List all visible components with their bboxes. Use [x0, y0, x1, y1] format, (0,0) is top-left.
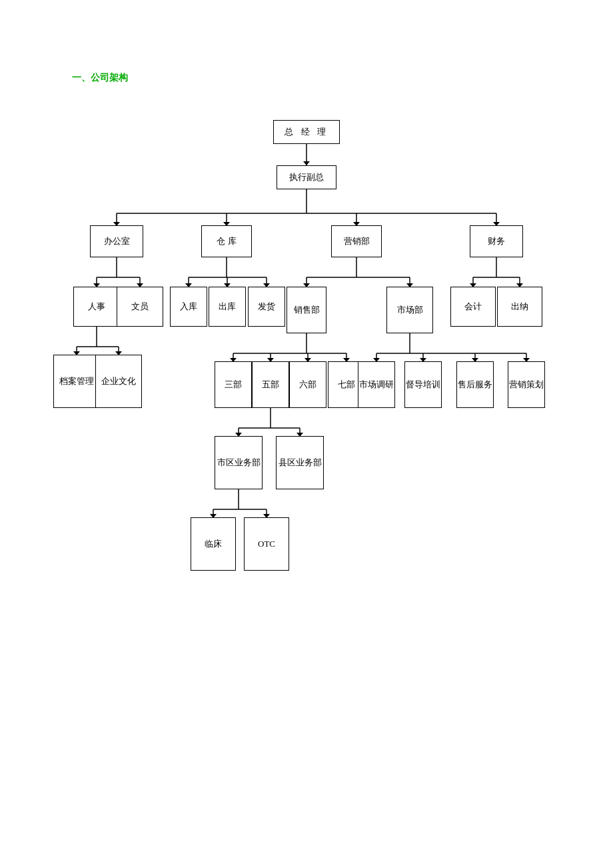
marketing-plan-box: 营销策划 — [508, 361, 545, 408]
after-sales-box: 售后服务 — [456, 361, 494, 408]
market-box: 市场部 — [386, 287, 433, 333]
finance-box: 财务 — [470, 225, 523, 257]
delivery-box: 发货 — [248, 287, 285, 327]
dept3-box: 三部 — [215, 361, 252, 408]
supervisor-box: 督导培训 — [404, 361, 442, 408]
outbound-box: 出库 — [209, 287, 246, 327]
sales-dept-box: 营销部 — [331, 225, 382, 257]
culture-box: 企业文化 — [95, 355, 142, 408]
dept5-box: 五部 — [252, 361, 289, 408]
clinical-box: 临床 — [191, 517, 236, 571]
archive-box: 档案管理 — [53, 355, 100, 408]
clerk-box: 文员 — [117, 287, 163, 327]
otc-box: OTC — [244, 517, 289, 571]
office-box: 办公室 — [90, 225, 143, 257]
hr-box: 人事 — [73, 287, 120, 327]
county-box: 县区业务部 — [276, 436, 324, 489]
urban-box: 市区业务部 — [215, 436, 263, 489]
vp-box: 执行副总 — [277, 165, 336, 189]
inbound-box: 入库 — [170, 287, 207, 327]
accounting-box: 会计 — [450, 287, 496, 327]
ceo-box: 总 经 理 — [273, 120, 340, 144]
sales-sub-box: 销售部 — [287, 287, 326, 333]
warehouse-box: 仓 库 — [201, 225, 252, 257]
dept6-box: 六部 — [289, 361, 326, 408]
section-title: 一、公司架构 — [72, 72, 128, 84]
market-research-box: 市场调研 — [358, 361, 395, 408]
cashier-box: 出纳 — [497, 287, 542, 327]
